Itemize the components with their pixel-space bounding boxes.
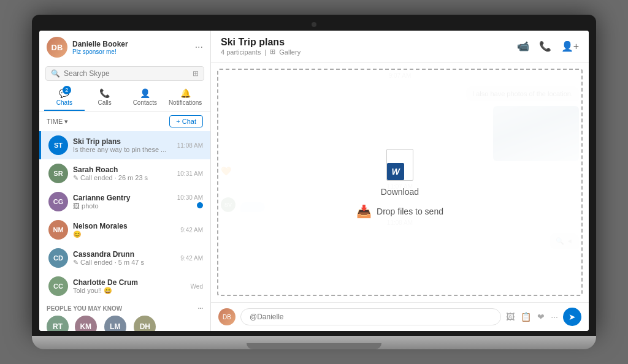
chat-info: Carianne Gentry 🖼 photo: [73, 194, 172, 210]
chat-preview: 😊: [73, 230, 175, 238]
chat-name: Charlotte De Crum: [73, 278, 186, 287]
more-tools-icon[interactable]: ···: [551, 312, 558, 322]
profile-sponsor[interactable]: Plz sponsor me!: [72, 48, 190, 55]
avatar: NM: [48, 220, 68, 240]
people-section: PEOPLE YOU MAY KNOW ··· RT RayTanaka 17 …: [39, 300, 210, 331]
audio-call-icon[interactable]: 📞: [539, 40, 551, 52]
drop-zone[interactable]: W Download 📥 Drop files to send: [217, 69, 583, 296]
chat-list: ST Ski Trip plans Is there any way to pi…: [39, 131, 210, 331]
person-item[interactable]: KM KrystalMcKinney 17 👥: [74, 316, 98, 331]
chat-info: Sarah Roach ✎ Call ended · 26 m 23 s: [73, 165, 172, 182]
chat-time: 9:42 AM: [180, 255, 203, 262]
sidebar: DB Danielle Booker Plz sponsor me! ··· 🔍…: [39, 31, 211, 331]
drop-files-label: 📥 Drop files to send: [356, 204, 443, 219]
person-item[interactable]: LM LizMcGowan 18 👥: [103, 316, 128, 331]
people-grid: RT RayTanaka 17 👥 KM KrystalMcKinney 17 …: [47, 316, 203, 331]
avatar: DH: [134, 316, 156, 331]
gallery-icon: ⊞: [270, 48, 275, 56]
chat-info: Ski Trip plans Is there any way to pin t…: [73, 137, 172, 153]
list-item[interactable]: CC Charlotte De Crum Told you!! 😄 Wed: [39, 272, 210, 300]
clipboard-icon[interactable]: 📋: [521, 312, 531, 322]
drop-files-icon: 📥: [356, 204, 372, 219]
avatar: CG: [48, 192, 68, 211]
user-avatar: DB: [218, 308, 236, 325]
list-item[interactable]: ST Ski Trip plans Is there any way to pi…: [39, 131, 210, 159]
chat-time: 10:31 AM: [177, 170, 203, 177]
chat-body: 9:07 AM I also have photos of the locati…: [211, 63, 589, 302]
avatar: DB: [47, 37, 67, 58]
chat-name: Nelson Morales: [73, 222, 175, 230]
unread-badge: [197, 202, 203, 208]
add-participant-icon[interactable]: 👤+: [561, 40, 579, 52]
reaction-icon[interactable]: ❤: [537, 312, 545, 322]
list-item[interactable]: NM Nelson Morales 😊 9:42 AM: [39, 216, 210, 244]
drop-zone-content: W Download: [381, 146, 419, 197]
send-button[interactable]: ➤: [563, 308, 581, 326]
list-item[interactable]: SR Sarah Roach ✎ Call ended · 26 m 23 s …: [39, 159, 210, 188]
profile-info: Danielle Booker Plz sponsor me!: [72, 40, 190, 55]
chat-preview: ✎ Call ended · 5 m 47 s: [73, 259, 175, 267]
time-filter[interactable]: TIME ▾: [47, 118, 68, 126]
chat-header: Ski Trip plans 4 participants | ⊞ Galler…: [211, 31, 589, 63]
nav-tabs: 💬 Chats 2 📞 Calls 👤 Contacts 🔔 Not: [39, 85, 210, 112]
chat-input-area: DB 🖼 📋 ❤ ··· ➤: [211, 302, 589, 331]
avatar: CC: [48, 276, 68, 296]
chat-preview: Is there any way to pin these ...: [73, 146, 172, 153]
screen-content: DB Danielle Booker Plz sponsor me! ··· 🔍…: [39, 31, 589, 331]
tab-chats[interactable]: 💬 Chats 2: [44, 85, 85, 111]
avatar: ST: [48, 135, 68, 155]
input-tools: 🖼 📋 ❤ ···: [506, 312, 558, 322]
download-label: Download: [381, 187, 419, 197]
tab-notifications[interactable]: 🔔 Notifications: [165, 85, 205, 111]
new-chat-button[interactable]: + Chat: [169, 115, 203, 127]
avatar: RT: [47, 316, 69, 331]
chat-time: 9:42 AM: [180, 227, 203, 233]
tab-calls[interactable]: 📞 Calls: [85, 85, 125, 111]
people-header: PEOPLE YOU MAY KNOW ···: [47, 305, 203, 312]
chat-info: Nelson Morales 😊: [73, 222, 175, 238]
avatar: CD: [48, 248, 68, 268]
chat-time: 11:08 AM: [177, 142, 203, 149]
chat-preview: 🖼 photo: [73, 202, 172, 210]
laptop-base: [32, 336, 596, 349]
header-actions: 📹 📞 👤+: [517, 40, 579, 52]
list-item[interactable]: CG Carianne Gentry 🖼 photo 10:30 AM: [39, 188, 210, 216]
chat-preview: ✎ Call ended · 26 m 23 s: [73, 174, 172, 182]
list-item[interactable]: CD Cassandra Drunn ✎ Call ended · 5 m 47…: [39, 244, 210, 272]
chat-preview: Told you!! 😄: [73, 287, 186, 295]
person-item[interactable]: RT RayTanaka 17 👥: [47, 316, 69, 331]
chat-title: Ski Trip plans: [221, 37, 510, 48]
avatar: LM: [104, 316, 126, 331]
profile-section: DB Danielle Booker Plz sponsor me! ···: [39, 31, 210, 64]
contacts-icon: 👤: [140, 88, 150, 98]
search-input[interactable]: [64, 69, 189, 78]
word-doc-icon: W: [384, 146, 416, 182]
notifications-icon: 🔔: [180, 88, 191, 98]
chat-subtitle: 4 participants | ⊞ Gallery: [221, 48, 510, 56]
avatar: KM: [75, 316, 97, 331]
chats-badge: 2: [63, 86, 71, 94]
chat-info: Cassandra Drunn ✎ Call ended · 5 m 47 s: [73, 250, 175, 267]
main-chat: Ski Trip plans 4 participants | ⊞ Galler…: [211, 31, 589, 331]
chat-controls: TIME ▾ + Chat: [39, 112, 210, 131]
tab-contacts[interactable]: 👤 Contacts: [125, 85, 166, 111]
search-icon: 🔍: [51, 69, 60, 78]
chat-info: Charlotte De Crum Told you!! 😄: [73, 278, 186, 295]
laptop-screen: DB Danielle Booker Plz sponsor me! ··· 🔍…: [32, 15, 596, 336]
chat-name: Sarah Roach: [73, 165, 172, 174]
avatar: SR: [48, 164, 68, 183]
calls-icon: 📞: [99, 88, 110, 98]
chat-meta: 10:30 AM: [177, 194, 203, 210]
chat-name: Ski Trip plans: [73, 137, 172, 146]
chat-time: Wed: [191, 283, 203, 290]
image-attach-icon[interactable]: 🖼: [506, 312, 515, 322]
chat-title-section: Ski Trip plans 4 participants | ⊞ Galler…: [221, 37, 510, 56]
profile-more-icon[interactable]: ···: [195, 42, 203, 53]
chat-name: Cassandra Drunn: [73, 250, 175, 259]
laptop-wrapper: DB Danielle Booker Plz sponsor me! ··· 🔍…: [32, 15, 596, 349]
person-item[interactable]: DH DylanHardaway 18 👥: [132, 316, 158, 331]
video-call-icon[interactable]: 📹: [517, 40, 529, 52]
chat-name: Carianne Gentry: [73, 194, 172, 202]
chat-input[interactable]: [240, 308, 501, 325]
grid-icon[interactable]: ⊞: [193, 69, 199, 78]
